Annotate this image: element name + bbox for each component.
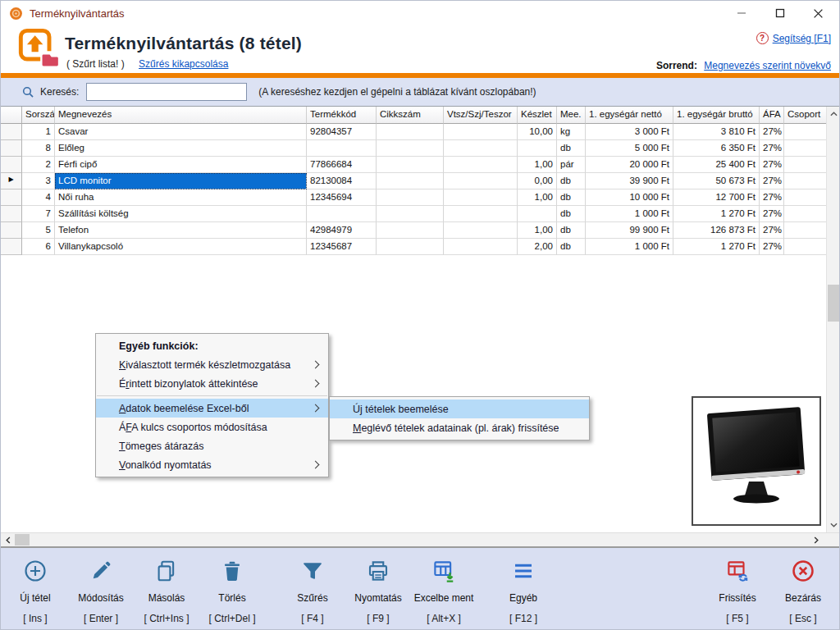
table-cell[interactable]: 7 — [22, 206, 55, 222]
table-cell[interactable] — [377, 206, 444, 222]
menu-item-afa-kulcs[interactable]: ÁFA kulcs csoportos módosítása — [96, 418, 328, 436]
table-cell[interactable] — [307, 140, 377, 157]
horizontal-scroll-thumb[interactable] — [15, 534, 30, 546]
table-cell[interactable]: 6 350 Ft — [673, 140, 760, 157]
refresh-button[interactable]: Frissítés [ F5 ] — [705, 559, 770, 624]
table-cell[interactable] — [377, 222, 444, 239]
table-cell[interactable]: Villanykapcsoló — [55, 239, 307, 255]
delete-button[interactable]: Törlés [ Ctrl+Del ] — [199, 559, 265, 624]
column-header-keszlet[interactable]: Készlet — [518, 107, 557, 124]
table-cell[interactable]: 27% — [760, 189, 784, 206]
table-cell[interactable]: 5 — [22, 222, 55, 239]
table-cell[interactable] — [377, 157, 444, 173]
table-cell[interactable]: 1,00 — [518, 222, 557, 239]
table-cell[interactable] — [444, 173, 518, 189]
table-cell[interactable] — [444, 206, 518, 222]
table-cell[interactable]: 1,00 — [518, 189, 557, 206]
modify-button[interactable]: Módosítás [ Enter ] — [68, 559, 134, 624]
vertical-scrollbar[interactable] — [826, 107, 839, 533]
scroll-down-icon[interactable] — [827, 518, 840, 532]
table-cell[interactable]: Előleg — [55, 140, 307, 157]
column-header-egysegar-netto[interactable]: 1. egységár nettó — [586, 107, 673, 124]
table-cell[interactable]: db — [557, 206, 586, 222]
table-cell[interactable] — [784, 189, 828, 206]
sort-link[interactable]: Megnevezés szerint növekvő — [704, 60, 831, 71]
table-cell[interactable]: 3 000 Ft — [586, 124, 673, 140]
table-cell[interactable]: 1 000 Ft — [586, 206, 673, 222]
table-cell[interactable]: 42984979 — [307, 222, 377, 239]
table-cell[interactable] — [377, 189, 444, 206]
table-row[interactable]: ▶3LCD monitor821300840,00db39 900 Ft50 6… — [1, 173, 839, 189]
new-item-button[interactable]: Új tétel [ Ins ] — [2, 559, 68, 624]
column-header-csoport[interactable]: Csoport — [784, 107, 828, 124]
filter-off-link[interactable]: Szűrés kikapcsolása — [139, 58, 228, 70]
table-cell[interactable]: db — [557, 173, 586, 189]
table-cell[interactable]: db — [557, 189, 586, 206]
table-cell[interactable]: 92804357 — [307, 124, 377, 140]
table-cell[interactable]: 12345687 — [307, 239, 377, 255]
table-cell[interactable]: 10,00 — [518, 124, 557, 140]
table-cell[interactable]: 27% — [760, 239, 784, 255]
scroll-left-icon[interactable] — [2, 533, 15, 546]
table-cell[interactable]: 20 000 Ft — [586, 157, 673, 173]
menu-item-adatok-excel[interactable]: Adatok beemelése Excel-ből — [96, 399, 328, 418]
table-cell[interactable]: 1,00 — [518, 157, 557, 173]
filter-button[interactable]: Szűrés [ F4 ] — [280, 559, 345, 624]
table-row[interactable]: 5Telefon429849791,00db99 900 Ft126 873 F… — [1, 222, 839, 239]
search-input[interactable] — [86, 83, 247, 101]
table-cell[interactable] — [444, 222, 518, 239]
table-cell[interactable]: 99 900 Ft — [586, 222, 673, 239]
table-cell[interactable]: db — [557, 140, 586, 157]
copy-button[interactable]: Másolás [ Ctrl+Ins ] — [134, 559, 199, 624]
table-cell[interactable]: 1 000 Ft — [586, 239, 673, 255]
help-link[interactable]: Segítség [F1] — [773, 33, 831, 44]
table-cell[interactable] — [784, 222, 828, 239]
menu-item-keszletmozgatas[interactable]: Kiválasztott termék készletmozgatása — [96, 355, 328, 374]
table-cell[interactable]: kg — [557, 124, 586, 140]
table-cell[interactable]: db — [557, 239, 586, 255]
table-cell[interactable]: 77866684 — [307, 157, 377, 173]
table-cell[interactable]: 1 — [22, 124, 55, 140]
table-row[interactable]: 8Előlegdb5 000 Ft6 350 Ft27% — [1, 140, 839, 157]
table-cell[interactable] — [377, 239, 444, 255]
table-cell[interactable] — [444, 239, 518, 255]
table-cell[interactable]: 3 — [22, 173, 55, 189]
table-cell[interactable]: 6 — [22, 239, 55, 255]
print-button[interactable]: Nyomtatás [ F9 ] — [345, 559, 411, 624]
table-cell[interactable]: LCD monitor — [55, 173, 307, 189]
table-cell[interactable]: 5 000 Ft — [586, 140, 673, 157]
table-cell[interactable]: Szállítási költség — [55, 206, 307, 222]
column-header-megnevezes[interactable]: Megnevezés — [55, 107, 307, 124]
table-cell[interactable]: 50 673 Ft — [673, 173, 760, 189]
table-cell[interactable]: Női ruha — [55, 189, 307, 206]
menu-item-bizonylatok[interactable]: Érintett bizonylatok áttekintése — [96, 374, 328, 393]
scroll-up-icon[interactable] — [827, 107, 840, 121]
table-cell[interactable]: 4 — [22, 189, 55, 206]
menu-item-tomeges-atarazas[interactable]: Tömeges átárazás — [96, 436, 328, 455]
table-cell[interactable] — [444, 140, 518, 157]
close-button[interactable]: Bezárás [ Esc ] — [770, 559, 836, 624]
excel-export-button[interactable]: Excelbe ment [ Alt+X ] — [411, 559, 477, 624]
table-cell[interactable]: 0,00 — [518, 173, 557, 189]
column-header-vtsz[interactable]: Vtsz/Szj/Teszor — [444, 107, 518, 124]
maximize-button[interactable] — [760, 1, 799, 25]
table-cell[interactable]: Telefon — [55, 222, 307, 239]
other-functions-button[interactable]: Egyéb [ F12 ] — [491, 559, 556, 624]
table-row[interactable]: 1Csavar9280435710,00kg3 000 Ft3 810 Ft27… — [1, 124, 839, 140]
column-header-termekkod[interactable]: Termékkód — [307, 107, 377, 124]
table-cell[interactable]: 27% — [760, 157, 784, 173]
table-cell[interactable] — [377, 124, 444, 140]
column-header-cikkszam[interactable]: Cikkszám — [377, 107, 444, 124]
table-row[interactable]: 7Szállítási költségdb1 000 Ft1 270 Ft27% — [1, 206, 839, 222]
table-cell[interactable]: 2,00 — [518, 239, 557, 255]
table-cell[interactable] — [784, 140, 828, 157]
column-header-afa[interactable]: ÁFA — [760, 107, 784, 124]
table-cell[interactable]: 12 700 Ft — [673, 189, 760, 206]
table-cell[interactable]: 1 270 Ft — [673, 206, 760, 222]
table-cell[interactable] — [444, 124, 518, 140]
table-cell[interactable]: pár — [557, 157, 586, 173]
table-cell[interactable]: 1 270 Ft — [673, 239, 760, 255]
table-cell[interactable] — [377, 173, 444, 189]
table-cell[interactable]: Csavar — [55, 124, 307, 140]
table-cell[interactable]: 82130084 — [307, 173, 377, 189]
